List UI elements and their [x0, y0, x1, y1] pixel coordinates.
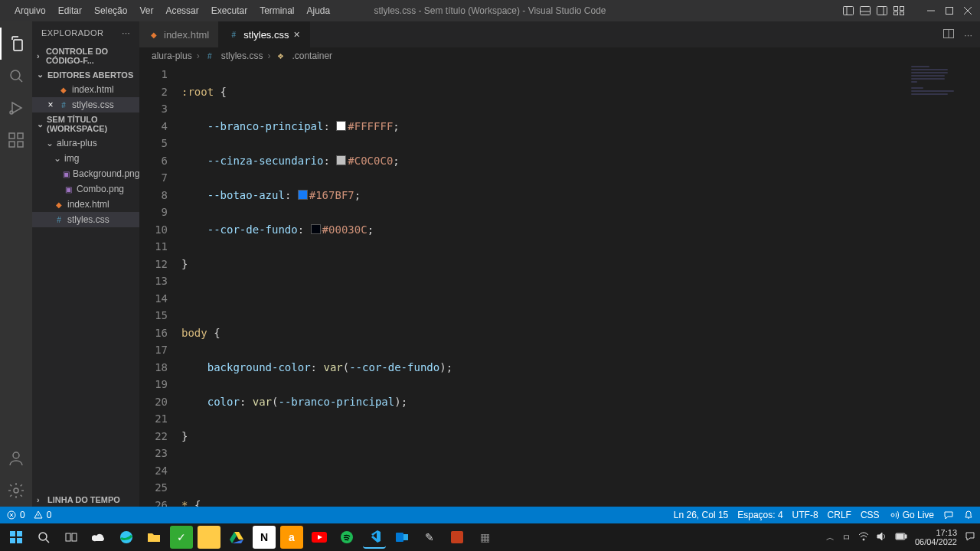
- svg-point-14: [11, 70, 20, 80]
- clock[interactable]: 17:13 06/04/2022: [915, 528, 957, 546]
- app-icon[interactable]: ✎: [418, 526, 441, 549]
- start-button[interactable]: [5, 526, 28, 549]
- html-file-icon: ◆: [58, 84, 69, 95]
- svg-rect-11: [946, 8, 953, 15]
- close-tab-icon[interactable]: ×: [293, 28, 299, 41]
- menu-terminal[interactable]: Terminal: [254, 2, 299, 19]
- svg-rect-20: [18, 142, 23, 147]
- open-editors-section[interactable]: ⌄ EDITORES ABERTOS: [32, 67, 139, 82]
- folder-item[interactable]: ⌄ img: [32, 151, 139, 166]
- gear-icon[interactable]: [0, 474, 32, 507]
- notifications-tray-icon[interactable]: [965, 531, 975, 543]
- tab-index-html[interactable]: ◆ index.html: [139, 21, 219, 47]
- folder-item[interactable]: ⌄ alura-plus: [32, 135, 139, 151]
- open-editor-label: stlyles.css: [72, 99, 114, 110]
- encoding[interactable]: UTF-8: [792, 510, 818, 520]
- extensions-icon[interactable]: [0, 124, 32, 156]
- battery-icon[interactable]: [895, 533, 907, 542]
- notifications-icon[interactable]: [963, 510, 974, 520]
- svg-point-22: [13, 452, 19, 458]
- open-editor-item[interactable]: ◆ index.html: [32, 82, 139, 97]
- breadcrumb[interactable]: alura-plus › # stlyles.css › ❖ .containe…: [139, 47, 980, 64]
- svg-rect-9: [900, 12, 904, 15]
- errors-count[interactable]: 0: [6, 510, 25, 520]
- more-actions-icon[interactable]: ···: [964, 29, 972, 41]
- app-icon[interactable]: [446, 526, 469, 549]
- window-maximize-icon[interactable]: [943, 5, 956, 17]
- customize-layout-icon[interactable]: [893, 5, 905, 17]
- app-icon[interactable]: a: [280, 526, 303, 549]
- feedback-icon[interactable]: [943, 510, 954, 520]
- file-item[interactable]: ▣ Background.png: [32, 166, 139, 181]
- explorer-icon[interactable]: [0, 28, 32, 60]
- tray-chevron-icon[interactable]: ︿: [826, 532, 835, 543]
- language-indicator[interactable]: ㅁ: [842, 532, 851, 543]
- window-minimize-icon[interactable]: [925, 5, 937, 17]
- svg-line-15: [19, 79, 23, 83]
- code-area[interactable]: 1234567891011121314151617181920212223242…: [139, 64, 980, 507]
- accounts-icon[interactable]: [0, 442, 32, 474]
- breadcrumb-item[interactable]: .container: [292, 51, 332, 61]
- menu-selecao[interactable]: Seleção: [89, 2, 132, 19]
- chevron-down-icon: ⌄: [46, 138, 54, 148]
- menu-arquivo[interactable]: Arquivo: [9, 2, 51, 19]
- layout-panel-left-icon[interactable]: [842, 5, 854, 17]
- workspace-section[interactable]: ⌄ SEM TÍTULO (WORKSPACE): [32, 112, 139, 135]
- tab-stlyles-css[interactable]: # stlyles.css ×: [219, 21, 309, 47]
- source-control-section[interactable]: › CONTROLE DO CÓDIGO-F...: [32, 44, 139, 67]
- open-editor-item[interactable]: × # stlyles.css: [32, 97, 139, 112]
- svg-rect-54: [897, 534, 903, 539]
- minimap[interactable]: [908, 64, 969, 507]
- app-icon[interactable]: ✓: [170, 526, 193, 549]
- svg-rect-53: [905, 535, 906, 538]
- file-item[interactable]: ◆ index.html: [32, 197, 139, 212]
- search-icon[interactable]: [0, 60, 32, 92]
- menu-ajuda[interactable]: Ajuda: [302, 2, 336, 19]
- task-view-icon[interactable]: [60, 526, 83, 549]
- window-close-icon[interactable]: [962, 5, 974, 17]
- volume-icon[interactable]: [877, 532, 887, 543]
- menu-bar: Arquivo Editar Seleção Ver Acessar Execu…: [9, 2, 335, 19]
- warnings-count[interactable]: 0: [33, 510, 52, 520]
- youtube-icon[interactable]: [308, 526, 331, 549]
- run-debug-icon[interactable]: [0, 92, 32, 124]
- image-file-icon: ▣: [63, 184, 74, 194]
- notion-icon[interactable]: N: [253, 526, 276, 549]
- svg-rect-19: [9, 142, 15, 147]
- app-icon[interactable]: [198, 526, 220, 549]
- search-taskbar-icon[interactable]: [32, 526, 55, 549]
- code-content[interactable]: :root { --branco-principal: #FFFFFF; --c…: [181, 64, 980, 507]
- outlook-icon[interactable]: [390, 526, 413, 549]
- breadcrumb-item[interactable]: alura-plus: [152, 51, 192, 61]
- cursor-position[interactable]: Ln 26, Col 15: [674, 510, 728, 520]
- edge-icon[interactable]: [115, 526, 138, 549]
- wifi-icon[interactable]: [858, 532, 869, 543]
- google-drive-icon[interactable]: [225, 526, 248, 549]
- menu-executar[interactable]: Executar: [206, 2, 253, 19]
- vscode-icon[interactable]: [363, 526, 386, 549]
- activity-bar: [0, 21, 32, 507]
- split-editor-icon[interactable]: [942, 28, 955, 42]
- language-mode[interactable]: CSS: [861, 510, 880, 520]
- menu-ver[interactable]: Ver: [134, 2, 158, 19]
- spotify-icon[interactable]: [335, 526, 358, 549]
- file-item[interactable]: ▣ Combo.png: [32, 181, 139, 197]
- close-icon[interactable]: ×: [46, 99, 55, 110]
- app-icon[interactable]: ▦: [473, 526, 496, 549]
- tab-label: index.html: [164, 29, 209, 41]
- indentation[interactable]: Espaços: 4: [737, 510, 782, 520]
- file-explorer-icon[interactable]: [142, 526, 165, 549]
- eol[interactable]: CRLF: [828, 510, 851, 520]
- layout-panel-right-icon[interactable]: [876, 5, 888, 17]
- timeline-section[interactable]: › LINHA DO TEMPO: [32, 493, 139, 507]
- menu-acessar[interactable]: Acessar: [160, 2, 204, 19]
- cloud-icon[interactable]: [87, 526, 110, 549]
- go-live[interactable]: Go Live: [889, 510, 934, 520]
- line-numbers: 1234567891011121314151617181920212223242…: [139, 64, 181, 507]
- menu-editar[interactable]: Editar: [53, 2, 87, 19]
- breadcrumb-item[interactable]: stlyles.css: [221, 51, 263, 61]
- layout-panel-bottom-icon[interactable]: [859, 5, 871, 17]
- svg-point-50: [863, 539, 864, 540]
- file-item[interactable]: # stlyles.css: [32, 212, 139, 227]
- sidebar-more-icon[interactable]: ···: [122, 28, 130, 37]
